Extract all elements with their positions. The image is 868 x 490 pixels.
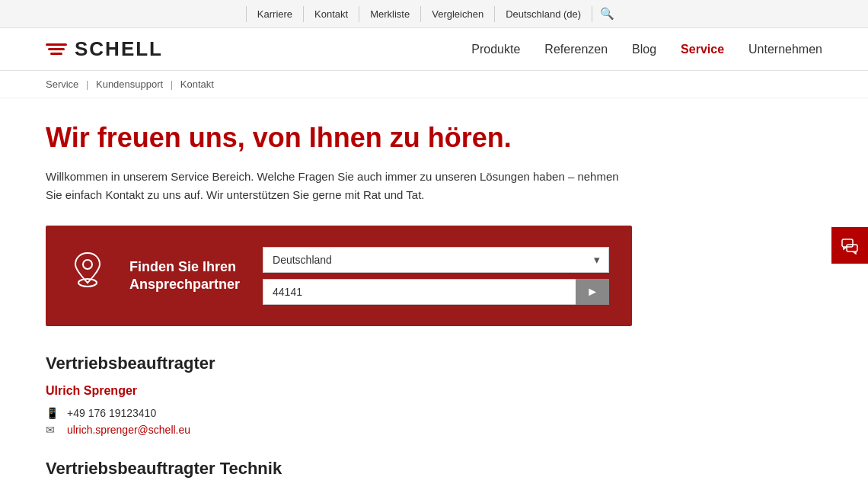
svg-rect-2 — [842, 239, 853, 247]
person-name-1: Ulrich Sprenger — [46, 384, 822, 398]
main-nav: Produkte Referenzen Blog Service Unterne… — [471, 43, 822, 56]
section-vertriebsbeauftragter: Vertriebsbeauftragter Ulrich Sprenger 📱 … — [46, 354, 822, 436]
search-icon-button[interactable]: 🔍 — [592, 5, 622, 23]
breadcrumb-sep1: | — [86, 78, 91, 90]
page-content: Wir freuen uns, von Ihnen zu hören. Will… — [0, 98, 868, 490]
nav-produkte[interactable]: Produkte — [471, 43, 520, 56]
svg-rect-3 — [847, 245, 857, 251]
finder-controls: Deutschland Österreich Schweiz ► — [263, 247, 609, 305]
nav-blog[interactable]: Blog — [632, 43, 656, 56]
nav-service[interactable]: Service — [681, 43, 724, 56]
section-vertriebsbeauftragter-technik: Vertriebsbeauftragter Technik Ulrich Spr… — [46, 459, 822, 490]
phone-number-1: +49 176 19123410 — [67, 407, 156, 419]
finder-submit-button[interactable]: ► — [576, 279, 609, 305]
nav-referenzen[interactable]: Referenzen — [544, 43, 608, 56]
zip-input-row: ► — [263, 279, 609, 305]
utility-link-merkliste[interactable]: Merkliste — [359, 6, 421, 22]
email-link-1[interactable]: ulrich.sprenger@schell.eu — [67, 424, 190, 436]
zip-input[interactable] — [263, 279, 576, 305]
finder-label: Finden Sie Ihren Ansprechpartner — [129, 258, 240, 294]
breadcrumb-service[interactable]: Service — [46, 78, 78, 90]
logo[interactable]: SCHELL — [46, 37, 163, 61]
phone-row-1: 📱 +49 176 19123410 — [46, 407, 822, 419]
logo-text: SCHELL — [75, 37, 163, 61]
utility-link-vergleichen[interactable]: Vergleichen — [421, 6, 495, 22]
breadcrumb-kundensupport[interactable]: Kundensupport — [96, 78, 163, 90]
location-icon — [69, 251, 107, 301]
logo-icon — [46, 43, 67, 55]
breadcrumb-kontakt[interactable]: Kontakt — [180, 78, 214, 90]
chat-float-button[interactable] — [831, 227, 868, 264]
nav-unternehmen[interactable]: Unternehmen — [748, 43, 822, 56]
page-description: Willkommen in unserem Service Bereich. W… — [46, 168, 624, 204]
svg-point-1 — [83, 260, 92, 269]
section-title-2: Vertriebsbeauftragter Technik — [46, 459, 822, 479]
utility-link-country[interactable]: Deutschland (de) — [495, 6, 592, 22]
main-header: SCHELL Produkte Referenzen Blog Service … — [0, 28, 868, 71]
utility-link-kontakt[interactable]: Kontakt — [304, 6, 359, 22]
breadcrumb-sep2: | — [171, 78, 176, 90]
country-select-wrapper: Deutschland Österreich Schweiz — [263, 247, 609, 273]
breadcrumb: Service | Kundensupport | Kontakt — [0, 71, 868, 98]
phone-icon-1: 📱 — [46, 407, 59, 419]
utility-link-karriere[interactable]: Karriere — [246, 6, 304, 22]
email-icon-1: ✉ — [46, 424, 59, 436]
finder-box: Finden Sie Ihren Ansprechpartner Deutsch… — [46, 226, 632, 326]
country-select[interactable]: Deutschland Österreich Schweiz — [263, 247, 609, 273]
page-title: Wir freuen uns, von Ihnen zu hören. — [46, 121, 822, 154]
utility-bar: Karriere Kontakt Merkliste Vergleichen D… — [0, 0, 868, 28]
email-row-1: ✉ ulrich.sprenger@schell.eu — [46, 424, 822, 436]
contact-info-1: 📱 +49 176 19123410 ✉ ulrich.sprenger@sch… — [46, 407, 822, 436]
section-title-1: Vertriebsbeauftragter — [46, 354, 822, 373]
